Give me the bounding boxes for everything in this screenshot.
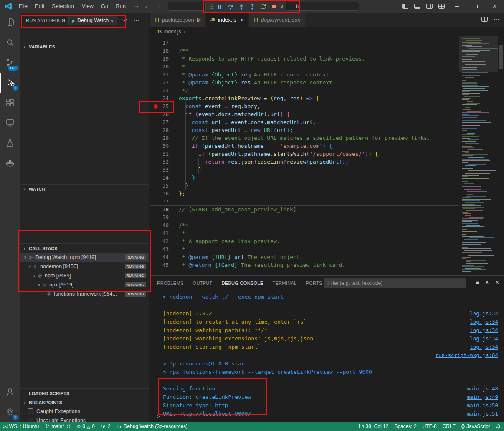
encoding[interactable]: UTF-8 bbox=[420, 422, 440, 431]
language-mode[interactable]: {}JavaScript bbox=[458, 422, 493, 431]
code-line-26: 26 if (event.docs.matchedUrl.url) { bbox=[150, 110, 459, 118]
code-editor[interactable]: 1718/**19 * Responds to any HTTP request… bbox=[150, 36, 459, 275]
console-source-link[interactable]: run-script-pkg.js:64 bbox=[435, 351, 498, 360]
chevron-down-icon[interactable]: ∨ bbox=[23, 255, 28, 259]
configure-gear-icon[interactable] bbox=[122, 17, 128, 25]
tab-index.js[interactable]: JSindex.js× bbox=[206, 13, 249, 27]
console-source-link[interactable]: main.js:49 bbox=[467, 393, 498, 401]
call-stack-row[interactable]: ∨nodemon [9450]RUNNING bbox=[20, 262, 149, 271]
toggle-secondary-sidebar-icon[interactable] bbox=[426, 4, 433, 9]
extensions-icon[interactable] bbox=[0, 93, 20, 113]
maximize-panel-icon[interactable]: ∧ bbox=[485, 279, 489, 286]
breadcrumb-file[interactable]: index.js bbox=[164, 29, 181, 35]
minimize-button[interactable] bbox=[448, 0, 466, 13]
chevron-down-icon[interactable]: ∨ bbox=[27, 264, 33, 269]
filter-icon[interactable]: ≡ bbox=[475, 279, 479, 286]
section-loaded-scripts[interactable]: ›LOADED SCRIPTS bbox=[20, 388, 149, 398]
indentation[interactable]: Spaces: 2 bbox=[391, 422, 419, 431]
breadcrumb[interactable]: JS index.js › ... bbox=[150, 27, 504, 36]
section-call-stack[interactable]: ∨CALL STACK bbox=[20, 243, 149, 253]
debug-session-dropdown-icon[interactable]: ∨ bbox=[280, 4, 284, 9]
docker-icon[interactable] bbox=[0, 153, 20, 173]
editor-scrollbar[interactable] bbox=[499, 45, 503, 69]
console-filter-input[interactable] bbox=[324, 278, 466, 288]
step-out-icon[interactable] bbox=[247, 2, 258, 11]
chevron-down-icon[interactable]: ∨ bbox=[36, 283, 42, 287]
step-into-icon[interactable] bbox=[236, 2, 247, 11]
menu-run[interactable]: Run bbox=[112, 2, 129, 11]
console-source-link[interactable]: log.js:34 bbox=[470, 309, 498, 318]
breadcrumb-more[interactable]: ... bbox=[187, 29, 192, 35]
call-stack-row[interactable]: functions-framework [954...RUNNING bbox=[20, 289, 149, 299]
console-source-link[interactable]: log.js:34 bbox=[470, 335, 498, 343]
menu-view[interactable]: View bbox=[78, 2, 97, 11]
git-branch[interactable]: main* bbox=[42, 422, 74, 431]
debug-session-indicator[interactable]: Debug Watch (3p-resources) bbox=[114, 422, 191, 431]
menu-go[interactable]: Go bbox=[97, 2, 112, 11]
toggle-panel-icon[interactable] bbox=[414, 4, 420, 9]
cursor-position[interactable]: Ln 38, Col 12 bbox=[356, 422, 391, 431]
back-arrow[interactable]: ← bbox=[144, 2, 150, 9]
call-stack-row[interactable]: ∨npm [9484]RUNNING bbox=[20, 271, 149, 280]
source-control-icon[interactable]: 1K+ bbox=[0, 53, 20, 73]
stop-icon[interactable] bbox=[268, 2, 279, 11]
start-debug-icon[interactable]: ▶ bbox=[72, 18, 75, 23]
close-button[interactable]: × bbox=[485, 0, 504, 13]
customize-layout-icon[interactable] bbox=[438, 4, 445, 9]
console-source-link[interactable]: log.js:34 bbox=[470, 343, 498, 351]
tab-deployment.json[interactable]: {}deployment.json bbox=[249, 13, 306, 27]
eol-sequence[interactable]: CRLF bbox=[440, 422, 458, 431]
section-watch[interactable]: ∨WATCH bbox=[20, 184, 149, 193]
menu-selection[interactable]: Selection bbox=[48, 2, 78, 11]
console-source-link[interactable]: main.js:51 bbox=[467, 410, 498, 418]
minimap-slider[interactable] bbox=[459, 36, 498, 72]
launch-config-dropdown[interactable]: ▶ Debug Watch ∨ bbox=[68, 15, 117, 25]
line-number: 19 bbox=[150, 55, 169, 63]
problems-indicator[interactable]: ⊘0△0 bbox=[74, 422, 98, 431]
settings-gear-icon[interactable]: 1 bbox=[0, 402, 20, 422]
call-stack-row[interactable]: ∨Debug Watch: npm [9419]RUNNING bbox=[20, 253, 149, 262]
section-breakpoints[interactable]: ∨BREAKPOINTS bbox=[20, 398, 149, 407]
breakpoint-row[interactable]: Caught Exceptions bbox=[20, 407, 149, 416]
console-source-link[interactable]: log.js:34 bbox=[470, 326, 498, 335]
call-stack-row[interactable]: ∨npx [9519]RUNNING bbox=[20, 280, 149, 289]
console-prompt[interactable]: > bbox=[157, 413, 160, 419]
panel-tab-debug-console[interactable]: DEBUG CONSOLE bbox=[222, 277, 263, 289]
forward-arrow[interactable]: → bbox=[155, 2, 162, 9]
console-source-link[interactable]: log.js:34 bbox=[470, 318, 498, 326]
menu-edit[interactable]: Edit bbox=[31, 2, 48, 11]
close-panel-icon[interactable]: × bbox=[496, 279, 499, 286]
close-tab-icon[interactable]: × bbox=[241, 17, 244, 23]
code-line-22: 22 * @param {Object} res An HTTP respons… bbox=[150, 79, 459, 86]
toggle-sidebar-icon[interactable] bbox=[402, 4, 408, 9]
tab-package.json[interactable]: {}package.jsonM bbox=[150, 13, 206, 27]
split-editor-icon[interactable] bbox=[481, 17, 488, 22]
chevron-down-icon[interactable]: ∨ bbox=[32, 274, 37, 278]
panel-tab-problems[interactable]: PROBLEMS bbox=[157, 277, 184, 289]
menu-file[interactable]: File bbox=[15, 2, 31, 11]
remote-indicator[interactable]: ><WSL: Ubuntu bbox=[0, 422, 42, 431]
panel-tab-output[interactable]: OUTPUT bbox=[193, 277, 213, 289]
breakpoint-checkbox[interactable] bbox=[28, 408, 33, 414]
testing-icon[interactable] bbox=[0, 133, 20, 153]
section-variables[interactable]: ∨VARIABLES bbox=[20, 42, 149, 51]
console-source-link[interactable]: main.js:48 bbox=[467, 385, 498, 393]
run-and-debug-icon[interactable]: 1 bbox=[0, 73, 20, 93]
menu-more[interactable]: ··· bbox=[129, 2, 142, 11]
drag-handle-icon[interactable] bbox=[209, 4, 213, 9]
step-over-icon[interactable] bbox=[225, 2, 236, 11]
console-source-link[interactable]: main.js:50 bbox=[467, 401, 498, 410]
pause-icon[interactable] bbox=[214, 2, 225, 11]
search-icon[interactable] bbox=[0, 33, 20, 53]
restart-icon[interactable] bbox=[258, 2, 268, 11]
remote-explorer-icon[interactable] bbox=[0, 113, 20, 133]
breakpoint-dot[interactable] bbox=[154, 104, 158, 109]
views-more-icon[interactable]: ⋯ bbox=[134, 17, 140, 24]
explorer-icon[interactable] bbox=[0, 13, 20, 33]
maximize-button[interactable] bbox=[466, 0, 485, 13]
accounts-icon[interactable] bbox=[0, 382, 20, 402]
editor-more-icon[interactable]: ⋯ bbox=[494, 16, 500, 23]
ports-indicator[interactable]: 2 bbox=[98, 422, 114, 431]
panel-tab-terminal[interactable]: TERMINAL bbox=[272, 277, 296, 289]
notifications-bell-icon[interactable] bbox=[493, 422, 504, 431]
